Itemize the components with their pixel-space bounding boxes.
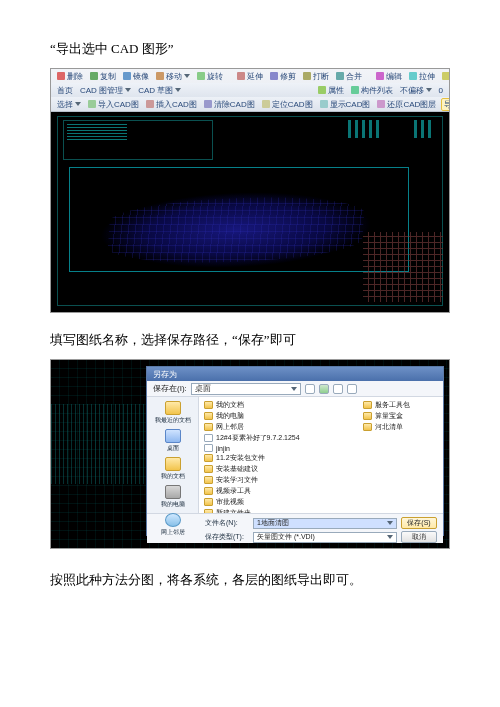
- text-lines: [67, 124, 127, 142]
- caption-2: 填写图纸名称，选择保存路径，“保存”即可: [50, 331, 450, 349]
- place-computer[interactable]: 我的电脑: [161, 485, 185, 509]
- list-item[interactable]: 审批视频: [204, 497, 349, 507]
- chevron-down-icon: [387, 535, 393, 539]
- places-bar: 我最近的文档 桌面 我的文档 我的电脑 网上邻居: [147, 397, 199, 513]
- tb-stretch[interactable]: 拉伸: [407, 71, 437, 82]
- filename-label: 文件名(N):: [205, 518, 249, 528]
- list-item[interactable]: 河北清单: [363, 422, 410, 432]
- list-item[interactable]: 视频录工具: [204, 486, 349, 496]
- list-item[interactable]: 12#4要素补好了9.7.2.1254: [204, 433, 349, 443]
- tb-coord: 0: [437, 86, 445, 95]
- tb-props[interactable]: 属性: [316, 85, 346, 96]
- location-combo[interactable]: 桌面: [191, 383, 301, 395]
- my-docs-icon: [165, 457, 181, 471]
- tb-mirror[interactable]: 镜像: [121, 71, 151, 82]
- tb-insert-cad[interactable]: 插入CAD图: [144, 99, 199, 110]
- location-value: 桌面: [195, 383, 211, 394]
- tb-extend[interactable]: 延伸: [235, 71, 265, 82]
- tb-break[interactable]: 打断: [301, 71, 331, 82]
- folder-icon: [204, 476, 213, 484]
- file-list-pane[interactable]: 我的文档 我的电脑 网上邻居 12#4要素补好了9.7.2.1254 jinji…: [199, 397, 443, 513]
- filename-value: 1地面清图: [257, 518, 289, 528]
- toolbar-row-1: 删除 复制 镜像 移动 旋转 延伸 修剪 打断 合并 编辑 拉伸 圆角关闭: [51, 69, 449, 83]
- filetype-label: 保存类型(T):: [205, 532, 249, 542]
- list-item[interactable]: 我的文档: [204, 400, 349, 410]
- tb-delete[interactable]: 删除: [55, 71, 85, 82]
- screenshot-cad-viewport: 删除 复制 镜像 移动 旋转 延伸 修剪 打断 合并 编辑 拉伸 圆角关闭 首页…: [50, 68, 450, 313]
- view-menu-icon[interactable]: [347, 384, 357, 394]
- place-recent[interactable]: 我最近的文档: [155, 401, 191, 425]
- cancel-button[interactable]: 取消: [401, 531, 437, 543]
- tb-edit[interactable]: 编辑: [374, 71, 404, 82]
- folder-icon: [204, 423, 213, 431]
- list-item[interactable]: 新建文件夹: [204, 508, 349, 513]
- back-icon[interactable]: [305, 384, 315, 394]
- adjacent-grid: [363, 232, 443, 302]
- folder-icon: [204, 454, 213, 462]
- tb-copy[interactable]: 复制: [88, 71, 118, 82]
- file-list-col1: 我的文档 我的电脑 网上邻居 12#4要素补好了9.7.2.1254 jinji…: [204, 400, 349, 513]
- tb-join[interactable]: 合并: [334, 71, 364, 82]
- tb-trim[interactable]: 修剪: [268, 71, 298, 82]
- cad-background-stripes: [51, 404, 151, 484]
- folder-icon: [363, 423, 372, 431]
- list-item[interactable]: 网上邻居: [204, 422, 349, 432]
- dialog-title-bar: 另存为: [147, 367, 443, 381]
- tb-show-cad[interactable]: 显示CAD图: [318, 99, 373, 110]
- list-item[interactable]: 11.2安装包文件: [204, 453, 349, 463]
- tb-no-offset[interactable]: 不偏移: [398, 85, 434, 96]
- tb-restore-layer[interactable]: 还原CAD图层: [375, 99, 438, 110]
- save-button[interactable]: 保存(S): [401, 517, 437, 529]
- folder-icon: [204, 509, 213, 513]
- elevation-bars-1: [348, 120, 379, 138]
- heading-1: “导出选中 CAD 图形”: [50, 40, 450, 58]
- cad-toolbar: 删除 复制 镜像 移动 旋转 延伸 修剪 打断 合并 编辑 拉伸 圆角关闭 首页…: [51, 69, 449, 112]
- folder-icon: [204, 487, 213, 495]
- tab-cad-sketch[interactable]: CAD 草图: [136, 85, 183, 96]
- folder-icon: [204, 498, 213, 506]
- tab-home[interactable]: 首页: [55, 85, 75, 96]
- dialog-location-row: 保存在(I): 桌面: [147, 381, 443, 397]
- up-folder-icon[interactable]: [319, 384, 329, 394]
- place-network[interactable]: 网上邻居: [161, 513, 185, 537]
- tb-export-selected-cad[interactable]: 导出选中CAD图形: [441, 98, 449, 111]
- location-label: 保存在(I):: [153, 383, 187, 394]
- dialog-bottom: 文件名(N): 1地面清图 保存(S) 保存类型(T): 矢量图文件 (*.VD…: [147, 513, 443, 543]
- toolbar-row-2: 首页 CAD 图管理 CAD 草图 属性 构件列表 不偏移 0: [51, 83, 449, 97]
- save-as-dialog: 另存为 保存在(I): 桌面 我最近的文档 桌面 我的文档 我的电脑 网上邻居: [146, 366, 444, 536]
- tb-select[interactable]: 选择: [55, 99, 83, 110]
- tb-locate-cad[interactable]: 定位CAD图: [260, 99, 315, 110]
- file-icon: [204, 434, 213, 442]
- dialog-body: 我最近的文档 桌面 我的文档 我的电脑 网上邻居 我的文档 我的电脑 网上邻居 …: [147, 397, 443, 513]
- list-item[interactable]: 我的电脑: [204, 411, 349, 421]
- list-item[interactable]: 服务工具包: [363, 400, 410, 410]
- list-item[interactable]: 安装学习文件: [204, 475, 349, 485]
- tb-move[interactable]: 移动: [154, 71, 192, 82]
- tb-rotate[interactable]: 旋转: [195, 71, 225, 82]
- dialog-title: 另存为: [153, 369, 177, 380]
- recent-docs-icon: [165, 401, 181, 415]
- tb-clear-cad[interactable]: 清除CAD图: [202, 99, 257, 110]
- filetype-value: 矢量图文件 (*.VDI): [257, 532, 315, 542]
- computer-icon: [165, 485, 181, 499]
- folder-icon: [363, 401, 372, 409]
- list-item[interactable]: 算量宝盒: [363, 411, 410, 421]
- new-folder-icon[interactable]: [333, 384, 343, 394]
- tab-cad-manage[interactable]: CAD 图管理: [78, 85, 133, 96]
- place-desktop[interactable]: 桌面: [165, 429, 181, 453]
- filename-input[interactable]: 1地面清图: [253, 518, 397, 529]
- tb-import-cad[interactable]: 导入CAD图: [86, 99, 141, 110]
- desktop-icon: [165, 429, 181, 443]
- filetype-combo[interactable]: 矢量图文件 (*.VDI): [253, 532, 397, 543]
- list-item[interactable]: 安装基础建议: [204, 464, 349, 474]
- place-docs[interactable]: 我的文档: [161, 457, 185, 481]
- folder-icon: [204, 465, 213, 473]
- tb-component-list[interactable]: 构件列表: [349, 85, 395, 96]
- tb-fillet[interactable]: 圆角关闭: [440, 71, 449, 82]
- file-list-col2: 服务工具包 算量宝盒 河北清单: [363, 400, 410, 513]
- list-item[interactable]: jinjin: [204, 444, 349, 452]
- cad-viewport[interactable]: [51, 112, 449, 312]
- toolbar-row-3: 选择 导入CAD图 插入CAD图 清除CAD图 定位CAD图 显示CAD图 还原…: [51, 97, 449, 111]
- folder-icon: [204, 412, 213, 420]
- folder-icon: [204, 401, 213, 409]
